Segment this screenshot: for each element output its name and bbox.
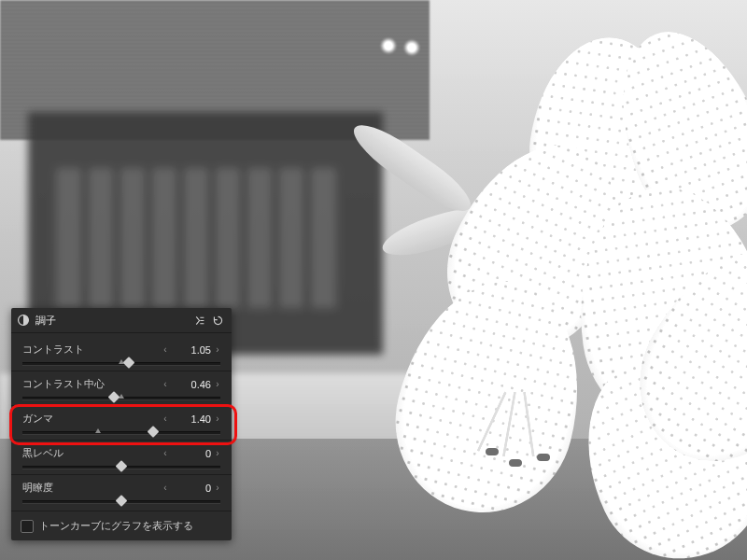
decrease-contrast-center[interactable]: ‹ <box>161 378 170 391</box>
slider-label-black-level: 黒レベル <box>22 446 63 460</box>
decrease-black-level[interactable]: ‹ <box>161 447 170 460</box>
slider-label-gamma: ガンマ <box>22 412 53 426</box>
slider-row-contrast-center: コントラスト中心‹0.46› <box>11 371 232 405</box>
value-stepper-black-level[interactable]: ‹0› <box>161 447 222 460</box>
contrast-circle-icon <box>17 314 30 327</box>
panel-header: 調子 <box>11 308 232 333</box>
panel-menu-button[interactable] <box>190 312 207 329</box>
increase-gamma[interactable]: › <box>213 413 222 426</box>
value-contrast-center[interactable]: 0.46 <box>170 379 213 390</box>
slider-thumb-gamma[interactable] <box>148 426 160 438</box>
slider-thumb-contrast-center[interactable] <box>107 391 120 403</box>
slider-label-clarity: 明瞭度 <box>22 481 53 495</box>
slider-default-marker <box>95 428 101 433</box>
value-stepper-clarity[interactable]: ‹0› <box>161 482 222 495</box>
slider-thumb-contrast[interactable] <box>123 357 135 369</box>
value-gamma[interactable]: 1.40 <box>170 413 213 425</box>
panel-title: 調子 <box>35 314 189 328</box>
slider-row-black-level: 黒レベル‹0› <box>11 441 232 474</box>
value-stepper-contrast[interactable]: ‹1.05› <box>161 343 222 357</box>
slider-thumb-clarity[interactable] <box>116 495 128 507</box>
decrease-clarity[interactable]: ‹ <box>161 482 170 495</box>
slider-track-contrast-center[interactable] <box>22 396 220 399</box>
tone-panel: 調子 コントラスト‹1.05›コントラスト中心‹0.46›ガンマ‹1.40›黒レ… <box>11 308 232 540</box>
value-black-level[interactable]: 0 <box>170 448 213 459</box>
menu-icon <box>193 315 205 327</box>
slider-label-contrast: コントラスト <box>22 343 84 357</box>
slider-track-contrast[interactable] <box>22 361 220 365</box>
slider-row-contrast: コントラスト‹1.05› <box>11 337 232 371</box>
decrease-contrast[interactable]: ‹ <box>161 343 170 357</box>
value-stepper-contrast-center[interactable]: ‹0.46› <box>161 378 222 391</box>
panel-reset-button[interactable] <box>209 312 226 329</box>
slider-label-contrast-center: コントラスト中心 <box>22 377 105 391</box>
tone-curve-checkbox-label: トーンカーブにグラフを表示する <box>39 519 193 533</box>
slider-row-clarity: 明瞭度‹0› <box>11 475 232 509</box>
tone-curve-checkbox[interactable] <box>21 520 34 533</box>
value-contrast[interactable]: 1.05 <box>170 344 213 356</box>
slider-track-clarity[interactable] <box>22 499 220 503</box>
tone-curve-checkbox-row: トーンカーブにグラフを表示する <box>11 511 232 540</box>
increase-contrast[interactable]: › <box>213 343 222 357</box>
slider-track-gamma[interactable] <box>22 430 220 434</box>
slider-thumb-black-level[interactable] <box>116 460 128 472</box>
increase-clarity[interactable]: › <box>213 482 222 495</box>
increase-contrast-center[interactable]: › <box>213 378 222 391</box>
decrease-gamma[interactable]: ‹ <box>161 413 170 426</box>
value-clarity[interactable]: 0 <box>170 483 213 494</box>
increase-black-level[interactable]: › <box>213 447 222 460</box>
reset-icon <box>212 315 224 327</box>
slider-track-black-level[interactable] <box>22 465 220 469</box>
value-stepper-gamma[interactable]: ‹1.40› <box>161 413 222 426</box>
slider-row-gamma: ガンマ‹1.40› <box>11 406 232 440</box>
